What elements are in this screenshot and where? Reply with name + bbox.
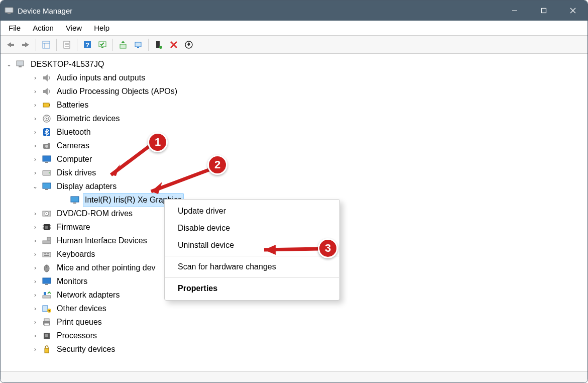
help-button[interactable]: ? (80, 38, 94, 52)
tree-category-label: Security devices (55, 342, 117, 356)
chevron-down-icon[interactable]: ⌄ (6, 58, 13, 71)
svg-rect-67 (45, 253, 46, 254)
svg-text:?: ? (85, 41, 89, 49)
camera-icon (42, 141, 52, 151)
svg-rect-44 (43, 156, 51, 161)
enable-device-button[interactable] (152, 38, 166, 52)
svg-rect-76 (44, 292, 46, 295)
chevron-right-icon[interactable]: › (32, 85, 39, 98)
chevron-right-icon[interactable]: › (32, 302, 39, 315)
update-driver-button[interactable] (116, 38, 130, 52)
tree-category-label: Display adapters (55, 179, 119, 194)
svg-point-54 (46, 213, 47, 214)
svg-rect-23 (135, 42, 141, 47)
forward-button[interactable] (19, 38, 33, 52)
printer-icon (42, 317, 52, 327)
svg-marker-30 (187, 42, 190, 46)
tree-category-label: Print queues (55, 315, 104, 329)
tree-category[interactable]: ›Security devices (20, 342, 587, 356)
properties-button[interactable] (60, 38, 74, 52)
chevron-right-icon[interactable]: › (32, 71, 39, 84)
annotation-badge-2: 2 (207, 155, 227, 175)
tree-category[interactable]: ›Disk drives (20, 166, 587, 179)
show-hide-tree-button[interactable] (39, 38, 53, 52)
svg-rect-81 (44, 319, 49, 321)
svg-rect-36 (49, 104, 50, 106)
chevron-right-icon[interactable]: › (32, 248, 39, 261)
chevron-right-icon[interactable]: › (32, 343, 39, 356)
chevron-right-icon[interactable]: › (32, 99, 39, 112)
context-disable-device[interactable]: Disable device (165, 220, 339, 237)
tree-category-label: Monitors (55, 274, 89, 289)
tree-category-label: DVD/CD-ROM drives (55, 207, 135, 221)
chevron-right-icon[interactable]: › (32, 126, 39, 139)
chevron-right-icon[interactable]: › (32, 207, 39, 220)
toolbar-separator (77, 39, 77, 51)
tree-category[interactable]: ›?Other devices (20, 302, 587, 315)
disk-icon (42, 168, 52, 178)
hid-icon (42, 236, 52, 246)
tree-category[interactable]: ›Batteries (20, 98, 587, 112)
chevron-right-icon[interactable]: › (32, 316, 39, 329)
chevron-right-icon[interactable]: › (32, 112, 39, 125)
monitor-icon (42, 276, 52, 286)
scan-hardware-button[interactable] (95, 38, 109, 52)
menu-file[interactable]: File (3, 22, 27, 34)
tree-category-label: Bluetooth (55, 125, 93, 139)
menu-action[interactable]: Action (27, 22, 60, 34)
display-icon (42, 181, 52, 191)
minimize-button[interactable] (500, 1, 529, 21)
menu-view[interactable]: View (60, 22, 88, 34)
tree-category[interactable]: ›Processors (20, 329, 587, 342)
context-update-driver[interactable]: Update driver (165, 203, 339, 220)
computer-icon (16, 59, 26, 69)
chevron-right-icon[interactable]: › (32, 221, 39, 234)
tree-category[interactable]: ›Biometric devices (20, 112, 587, 125)
network-icon (42, 290, 52, 300)
menu-help[interactable]: Help (88, 22, 115, 34)
svg-rect-9 (22, 44, 26, 46)
svg-marker-22 (121, 41, 125, 43)
svg-rect-77 (43, 306, 48, 312)
speaker-icon (42, 73, 52, 83)
chevron-right-icon[interactable]: › (32, 234, 39, 247)
chevron-down-icon[interactable]: ⌄ (32, 180, 39, 193)
context-uninstall-device[interactable]: Uninstall device (165, 237, 339, 254)
svg-point-42 (45, 145, 48, 148)
chevron-right-icon[interactable]: › (32, 275, 39, 288)
chevron-right-icon[interactable]: › (32, 329, 39, 342)
svg-rect-10 (43, 41, 50, 48)
svg-rect-7 (11, 44, 14, 46)
tree-category[interactable]: ›Cameras (20, 139, 587, 152)
svg-rect-35 (43, 103, 49, 107)
tree-category[interactable]: ›Bluetooth (20, 125, 587, 139)
tree-category-label: Batteries (55, 98, 90, 112)
toolbar: ? (1, 36, 587, 54)
chevron-right-icon[interactable]: › (32, 261, 39, 274)
tree-category[interactable]: ›Computer (20, 152, 587, 166)
titlebar[interactable]: Device Manager (1, 1, 587, 21)
cpu-icon (42, 331, 52, 341)
tree-category-label: Audio inputs and outputs (55, 71, 147, 85)
svg-marker-8 (25, 42, 29, 47)
device-manager-window: Device Manager File Action View Help ? ⌄ (0, 0, 588, 383)
chevron-right-icon[interactable]: › (32, 166, 39, 179)
context-scan-hardware[interactable]: Scan for hardware changes (165, 258, 339, 275)
tree-category-label: Processors (55, 329, 99, 343)
tree-category[interactable]: ›Audio inputs and outputs (20, 71, 587, 84)
toolbar-separator (148, 39, 149, 51)
chevron-right-icon[interactable]: › (32, 289, 39, 302)
device-button[interactable] (131, 38, 145, 52)
app-icon (5, 6, 14, 15)
tree-category[interactable]: ›Audio Processing Objects (APOs) (20, 84, 587, 98)
chevron-right-icon[interactable]: › (32, 153, 39, 166)
tree-category[interactable]: ›Print queues (20, 315, 587, 329)
back-button[interactable] (4, 38, 18, 52)
disable-device-button[interactable] (182, 38, 196, 52)
context-properties[interactable]: Properties (165, 280, 339, 297)
uninstall-device-button[interactable] (167, 38, 181, 52)
close-button[interactable] (558, 1, 587, 21)
toolbar-separator (36, 39, 36, 51)
chevron-right-icon[interactable]: › (32, 139, 39, 152)
maximize-button[interactable] (529, 1, 558, 21)
